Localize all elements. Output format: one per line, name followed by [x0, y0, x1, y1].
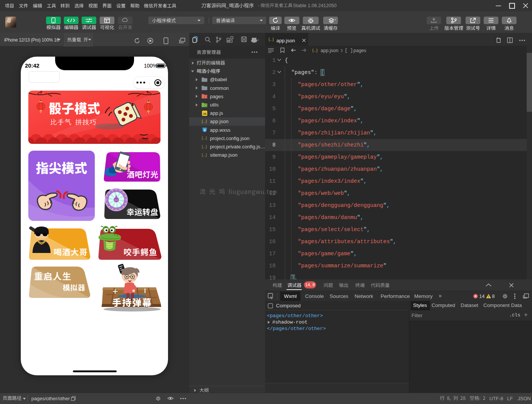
- svg-text:GO: GO: [114, 199, 118, 201]
- svg-text:{..}: {..}: [202, 153, 207, 157]
- svg-text:8: 8: [205, 96, 206, 98]
- svg-text:{..}: {..}: [202, 119, 207, 124]
- svg-text:JS: JS: [203, 112, 207, 116]
- svg-text:{..}: {..}: [202, 145, 207, 149]
- svg-text:{..}: {..}: [202, 136, 207, 140]
- svg-text:3: 3: [204, 128, 205, 132]
- svg-text:{..}: {..}: [312, 48, 318, 53]
- svg-text:{..}: {..}: [268, 37, 274, 42]
